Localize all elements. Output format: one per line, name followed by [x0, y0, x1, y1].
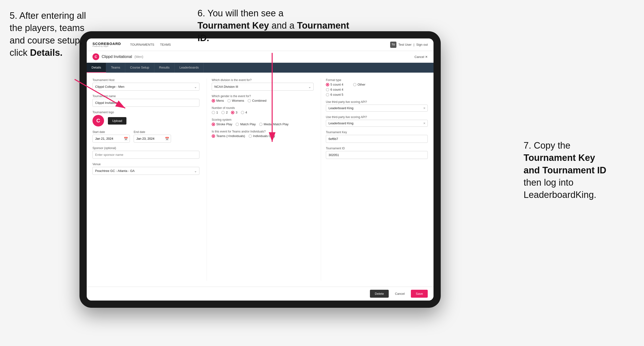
format-other-label: Other — [358, 83, 366, 86]
rounds-label: Number of rounds — [212, 106, 314, 110]
bottom-cancel-button[interactable]: Cancel — [391, 290, 408, 298]
start-calendar-icon: 📅 — [124, 137, 128, 141]
tab-course-setup[interactable]: Course Setup — [125, 63, 154, 73]
user-name: Test User — [398, 43, 412, 46]
scoring-stroke-label: Stroke Play — [216, 122, 232, 126]
tournament-header: C Clippd Invitational (Men) Cancel ✕ — [87, 51, 434, 63]
format-radio-row-3: 6 count 5 — [326, 93, 428, 96]
rounds-1-radio[interactable] — [212, 111, 215, 114]
format-other-radio[interactable] — [353, 83, 356, 86]
nav-links: TOURNAMENTS TEAMS — [130, 43, 171, 46]
teams-plus-ind-option[interactable]: Teams (+Individuals) — [212, 134, 245, 138]
sponsor-field-group: Sponsor (optional) — [92, 147, 200, 159]
sponsor-label: Sponsor (optional) — [92, 147, 200, 150]
scoring-medal-option[interactable]: Medal Match Play — [259, 122, 288, 126]
tournament-key-field-group: Tournament Key — [326, 131, 428, 143]
teams-ind-only-label: Individuals Only — [253, 134, 275, 138]
annotation-top-text: 6. You will then see aTournament Key and… — [198, 8, 349, 43]
venue-select[interactable]: Peachtree GC - Atlanta - GA — [92, 167, 200, 175]
scoring-radio-group: Stroke Play Match Play Medal Match Play — [212, 122, 314, 126]
brand-sub: Powered by clippd — [92, 45, 121, 47]
gender-label: Which gender is the event for? — [212, 95, 314, 98]
tournament-id-input[interactable] — [326, 151, 428, 159]
format-other-option[interactable]: Other — [353, 83, 366, 86]
format-6count4-label: 6 count 4 — [330, 88, 344, 91]
gender-womens-radio[interactable] — [227, 99, 231, 102]
end-label: End date — [134, 130, 171, 134]
gender-mens-option[interactable]: Mens — [212, 99, 224, 102]
format-5count4-option[interactable]: 5 count 4 — [326, 83, 344, 86]
save-button[interactable]: Save — [411, 290, 428, 298]
tournament-title: C Clippd Invitational (Men) — [92, 53, 143, 60]
delete-button[interactable]: Delete — [370, 290, 389, 298]
rounds-field-group: Number of rounds 1 2 3 — [212, 106, 314, 114]
logo-field-group: Tournament logo C Upload — [92, 111, 200, 127]
host-select[interactable]: Clippd College - Men — [92, 83, 200, 91]
tournament-name: Clippd Invitational — [102, 55, 132, 59]
tournament-key-input[interactable] — [326, 135, 428, 143]
gender-combined-option[interactable]: Combined — [248, 99, 266, 102]
rounds-4-label: 4 — [246, 111, 247, 114]
rounds-3-radio[interactable] — [231, 111, 234, 114]
division-select[interactable]: NCAA Division III — [212, 83, 314, 91]
gender-combined-radio[interactable] — [248, 99, 251, 102]
format-6count4-radio[interactable] — [326, 88, 329, 91]
tablet-screen: SCOREBOARD Powered by clippd TOURNAMENTS… — [87, 38, 434, 301]
brand: SCOREBOARD Powered by clippd — [92, 42, 121, 47]
scoring-medal-radio[interactable] — [259, 123, 262, 126]
dates-row: Start date 📅 End date 📅 — [92, 130, 200, 143]
tournament-key-label: Tournament Key — [326, 131, 428, 134]
upload-button[interactable]: Upload — [108, 117, 126, 125]
lbk2-clear-button[interactable]: ✕ — [423, 122, 426, 125]
format-6count5-radio[interactable] — [326, 93, 329, 96]
gender-radio-group: Mens Womens Combined — [212, 99, 314, 102]
cancel-button[interactable]: Cancel ✕ — [414, 55, 428, 59]
tab-teams[interactable]: Teams — [106, 63, 125, 73]
sponsor-input[interactable] — [92, 151, 200, 159]
end-calendar-icon: 📅 — [165, 137, 169, 141]
lbk1-input[interactable]: Leaderboard King ✕ — [326, 105, 428, 112]
gender-mens-radio[interactable] — [212, 99, 215, 102]
teams-ind-only-radio[interactable] — [248, 134, 252, 138]
rounds-3-option[interactable]: 3 — [231, 111, 237, 114]
rounds-2-option[interactable]: 2 — [221, 111, 228, 114]
rounds-4-option[interactable]: 4 — [241, 111, 247, 114]
format-6count5-option[interactable]: 6 count 5 — [326, 93, 428, 96]
teams-plus-ind-radio[interactable] — [212, 134, 215, 138]
venue-select-wrapper: Peachtree GC - Atlanta - GA — [92, 167, 200, 175]
scoring-stroke-radio[interactable] — [212, 123, 215, 126]
format-5count4-radio[interactable] — [326, 83, 329, 86]
nav-teams[interactable]: TEAMS — [160, 43, 171, 46]
format-6count4-option[interactable]: 6 count 4 — [326, 88, 428, 91]
user-icon: TU — [390, 42, 396, 48]
nav-right: TU Test User | Sign out — [390, 42, 428, 48]
format-field-group: Format type 5 count 4 Other — [326, 78, 428, 96]
tab-results[interactable]: Results — [154, 63, 174, 73]
scoring-match-radio[interactable] — [236, 123, 239, 126]
dates-field-group: Start date 📅 End date 📅 — [92, 130, 200, 143]
teams-ind-only-option[interactable]: Individuals Only — [248, 134, 275, 138]
lbk1-clear-button[interactable]: ✕ — [423, 107, 426, 110]
division-field-group: Which division is the event for? NCAA Di… — [212, 78, 314, 91]
lbk2-input[interactable]: Leaderboard King ✕ — [326, 120, 428, 127]
sign-out-link[interactable]: Sign out — [416, 43, 428, 46]
division-select-wrapper: NCAA Division III — [212, 83, 314, 91]
scoring-field-group: Scoring system Stroke Play Match Play — [212, 118, 314, 126]
format-radio-row-1: 5 count 4 Other — [326, 83, 428, 86]
rounds-1-option[interactable]: 1 — [212, 111, 218, 114]
scoring-match-option[interactable]: Match Play — [236, 122, 256, 126]
name-input[interactable] — [92, 99, 200, 107]
nav-tournaments[interactable]: TOURNAMENTS — [130, 43, 154, 46]
tab-details[interactable]: Details — [87, 63, 106, 73]
format-radio-row-2: 6 count 4 — [326, 88, 428, 91]
scoring-stroke-option[interactable]: Stroke Play — [212, 122, 232, 126]
rounds-4-radio[interactable] — [241, 111, 244, 114]
nav-separator: | — [414, 43, 414, 46]
scoring-match-label: Match Play — [240, 122, 256, 126]
format-5count4-label: 5 count 4 — [330, 83, 344, 86]
col3-section: Format type 5 count 4 Other — [321, 78, 428, 281]
tab-leaderboards[interactable]: Leaderboards — [174, 63, 204, 73]
lbk1-label: Use third-party live scoring API? — [326, 100, 428, 104]
rounds-2-radio[interactable] — [221, 111, 225, 114]
gender-womens-option[interactable]: Womens — [227, 99, 244, 102]
